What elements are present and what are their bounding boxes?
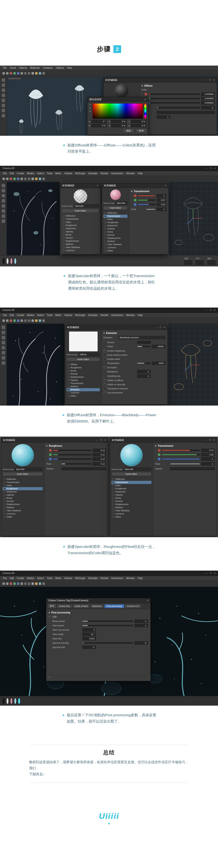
render-settings-icon[interactable]: [28, 583, 30, 585]
undo-icon[interactable]: [2, 319, 5, 322]
channel-item[interactable]: Opacity: [66, 379, 100, 382]
channel-checkbox-icon[interactable]: [112, 503, 114, 505]
material-swatch-specular[interactable]: [6, 258, 9, 264]
channel-checkbox-icon[interactable]: [112, 485, 114, 486]
redo-icon[interactable]: [6, 178, 8, 180]
material-type-dropdown[interactable]: Specular: [15, 467, 43, 471]
channel-item[interactable]: Diffuse: [66, 363, 100, 366]
axis-lock-icon[interactable]: [2, 356, 5, 360]
slider-track[interactable]: [138, 195, 155, 196]
channel-item[interactable]: Opacity: [3, 493, 43, 497]
menu-item[interactable]: Render: [101, 172, 109, 175]
slider-track[interactable]: [138, 204, 155, 205]
channel-item[interactable]: Transmission: [3, 481, 43, 484]
channel-checkbox-icon[interactable]: [112, 507, 114, 508]
render-view-icon[interactable]: [24, 319, 27, 322]
viewport-solo-icon[interactable]: [2, 219, 5, 223]
node-editor-button[interactable]: Node Editor: [66, 358, 100, 361]
parameter-row[interactable]: 启用: [49, 615, 148, 619]
channel-checkbox-icon[interactable]: [112, 478, 114, 480]
color-slider-row[interactable]: 0.12: [46, 457, 106, 461]
axis-lock-icon[interactable]: [2, 109, 5, 112]
channel-checkbox-icon[interactable]: [104, 234, 106, 236]
channel-item[interactable]: Displacement: [62, 240, 99, 243]
dialog-tab[interactable]: Depth of field: [73, 604, 90, 608]
minimize-icon[interactable]: —: [155, 326, 157, 329]
menu-item[interactable]: Materials: [30, 66, 40, 69]
material-manager-icon[interactable]: [31, 72, 34, 74]
channel-item[interactable]: Bump: [111, 497, 152, 500]
menu-item[interactable]: File: [3, 172, 7, 175]
channel-item[interactable]: Transmission: [66, 382, 100, 385]
channel-item[interactable]: Roughness: [62, 224, 99, 227]
channel-item[interactable]: Opacity: [111, 493, 152, 497]
window-titlebar[interactable]: 材质编辑器 — ❐ ✕: [110, 438, 217, 442]
maximize-icon[interactable]: ❐: [100, 439, 102, 441]
edges-mode-icon[interactable]: [2, 346, 5, 349]
window-titlebar[interactable]: 颜色选择器 ✕: [87, 97, 148, 102]
channel-checkbox-icon[interactable]: [4, 482, 5, 483]
coord-system-icon[interactable]: [21, 583, 23, 585]
close-icon[interactable]: ✕: [144, 98, 146, 101]
points-mode-icon[interactable]: [2, 94, 5, 97]
channel-checkbox-icon[interactable]: [4, 488, 5, 490]
site-logo[interactable]: Uiiiii: [99, 811, 119, 821]
channel-checkbox-icon[interactable]: [4, 507, 5, 508]
color-slider-row[interactable]: 0.92: [155, 453, 215, 456]
channel-checkbox-icon[interactable]: [67, 392, 69, 394]
channel-item[interactable]: Opacity: [62, 230, 99, 233]
maximize-icon[interactable]: ❐: [159, 326, 161, 329]
menu-item[interactable]: Mesh: [55, 577, 61, 580]
channel-checkbox-icon[interactable]: [4, 494, 5, 496]
camera-icon[interactable]: [39, 178, 41, 180]
channel-item[interactable]: Normal: [3, 500, 43, 503]
channel-item[interactable]: Normal: [66, 372, 100, 376]
checkbox[interactable]: [103, 383, 106, 385]
render-view-icon[interactable]: [24, 72, 27, 74]
menu-item[interactable]: Help: [67, 66, 72, 69]
channel-item[interactable]: Reflection: [111, 478, 152, 481]
menu-item[interactable]: Select: [37, 577, 44, 580]
channel-item[interactable]: Editor: [66, 395, 100, 398]
menu-item[interactable]: Compare: [43, 66, 53, 69]
mixer-icon[interactable]: [89, 110, 91, 113]
dialog-tab[interactable]: Custom LUT: [125, 604, 141, 608]
expand-arrow-icon[interactable]: ▾: [49, 611, 50, 614]
slider-value-field[interactable]: 0.12: [92, 448, 106, 452]
color-value-field[interactable]: 6 %: [131, 124, 146, 127]
menu-item[interactable]: Create: [17, 577, 24, 580]
menu-item[interactable]: Render: [101, 314, 109, 316]
parameter-row[interactable]: Distribution 1.: [103, 370, 165, 373]
channel-checkbox-icon[interactable]: [4, 510, 5, 512]
channel-checkbox-icon[interactable]: [112, 488, 114, 490]
render-viewport-branches[interactable]: [7, 182, 60, 255]
close-icon[interactable]: ✕: [213, 79, 215, 81]
redo-icon[interactable]: [6, 583, 8, 585]
material-swatch-background[interactable]: [2, 698, 5, 704]
channel-checkbox-icon[interactable]: [104, 215, 106, 217]
channel-checkbox-icon[interactable]: [4, 513, 5, 515]
redo-icon[interactable]: [6, 72, 8, 74]
parameter-row[interactable]: Bloom power 1.: [49, 619, 148, 623]
dialog-tab[interactable]: Distortion: [90, 604, 104, 608]
menu-item[interactable]: File: [3, 66, 7, 69]
texture-mode-icon[interactable]: [2, 189, 5, 192]
channel-checkbox-icon[interactable]: [63, 224, 64, 226]
float-value-field[interactable]: 1.: [201, 462, 215, 466]
material-type-dropdown[interactable]: Specular: [124, 467, 152, 471]
workplane-icon[interactable]: [2, 89, 5, 92]
light-icon[interactable]: [35, 319, 37, 322]
channel-item[interactable]: Displacement: [3, 503, 43, 506]
slider-value-field[interactable]: 0.000962: [201, 101, 215, 104]
checkbox[interactable]: [103, 350, 106, 352]
menu-item[interactable]: Simulate: [88, 577, 98, 580]
slider-track[interactable]: [53, 450, 91, 451]
menu-item[interactable]: Volume: [64, 314, 72, 316]
parameter-row[interactable]: Texture: [103, 341, 165, 344]
menu-item[interactable]: Objects: [19, 66, 27, 69]
camera-icon[interactable]: [39, 319, 41, 322]
channel-checkbox-icon[interactable]: [104, 250, 106, 252]
parameter-row[interactable]: Normalize: [103, 366, 165, 369]
coord-field[interactable]: [184, 260, 192, 262]
channel-checkbox-icon[interactable]: [67, 395, 69, 397]
